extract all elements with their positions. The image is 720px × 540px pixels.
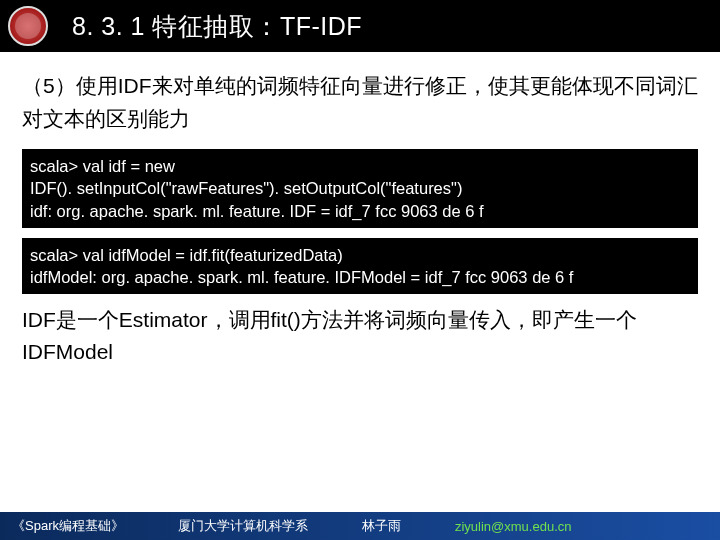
explanation-text: IDF是一个Estimator，调用fit()方法并将词频向量传入，即产生一个I…	[22, 304, 698, 367]
intro-text: （5）使用IDF来对单纯的词频特征向量进行修正，使其更能体现不同词汇对文本的区别…	[22, 70, 698, 135]
slide-title: 8. 3. 1 特征抽取：TF-IDF	[72, 10, 362, 43]
slide-content: （5）使用IDF来对单纯的词频特征向量进行修正，使其更能体现不同词汇对文本的区别…	[0, 52, 720, 367]
university-logo	[8, 6, 48, 46]
footer-author: 林子雨	[362, 517, 401, 535]
slide-header: 8. 3. 1 特征抽取：TF-IDF	[0, 0, 720, 52]
footer-email: ziyulin@xmu.edu.cn	[455, 519, 572, 534]
code-block-1: scala> val idf = new IDF(). setInputCol(…	[22, 149, 698, 228]
logo-inner	[15, 13, 41, 39]
footer-book: 《Spark编程基础》	[12, 517, 124, 535]
slide-footer: 《Spark编程基础》 厦门大学计算机科学系 林子雨 ziyulin@xmu.e…	[0, 512, 720, 540]
code-block-2: scala> val idfModel = idf.fit(featurized…	[22, 238, 698, 295]
footer-dept: 厦门大学计算机科学系	[178, 517, 308, 535]
